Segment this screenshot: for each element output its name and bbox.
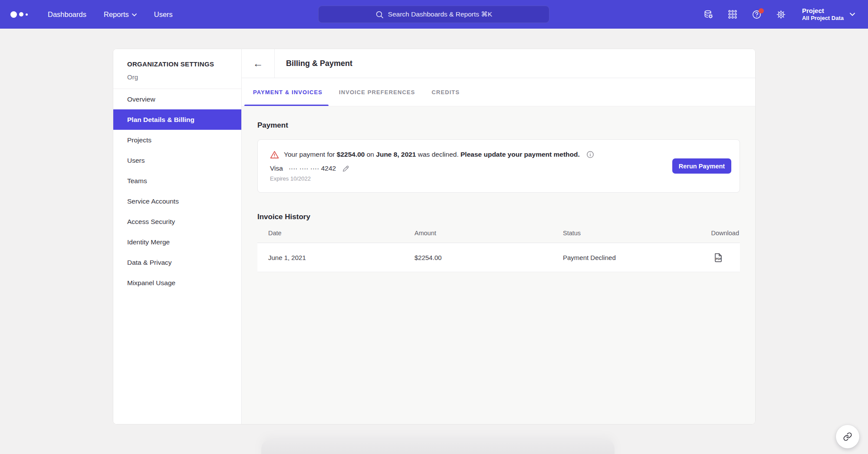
logo-dot	[19, 12, 23, 16]
invoice-date: June 1, 2021	[257, 254, 404, 261]
nav-dashboards[interactable]: Dashboards	[48, 10, 86, 19]
search-icon	[375, 10, 384, 19]
invoice-status: Payment Declined	[552, 254, 703, 261]
invoice-table-header: Date Amount Status Download	[257, 223, 740, 243]
warning-action: Please update your payment method.	[460, 151, 580, 158]
nav-users[interactable]: Users	[154, 10, 173, 19]
sidebar-item-projects[interactable]: Projects	[113, 130, 241, 150]
sidebar-item-teams[interactable]: Teams	[113, 171, 241, 191]
invoice-amount: $2254.00	[404, 254, 552, 261]
search-placeholder: Search Dashboards & Reports ⌘K	[388, 10, 492, 18]
org-settings-sidebar: ORGANIZATION SETTINGS Org Overview Plan …	[113, 49, 242, 424]
chevron-down-icon	[850, 13, 855, 16]
tab-invoice-preferences[interactable]: INVOICE PREFERENCES	[338, 78, 416, 106]
warning-text: Your payment for $2254.00 on June 8, 202…	[284, 151, 580, 158]
svg-text:PDF: PDF	[716, 257, 721, 260]
edit-card-icon[interactable]	[342, 164, 350, 173]
sidebar-item-plan-details-billing[interactable]: Plan Details & Billing	[113, 109, 241, 130]
billing-tabs: PAYMENT & INVOICES INVOICE PREFERENCES C…	[242, 78, 755, 106]
info-icon[interactable]	[586, 151, 594, 158]
download-pdf-icon[interactable]: PDF	[714, 253, 723, 262]
card-masked-number: ···· ···· ···· 4242	[289, 164, 336, 172]
column-date: Date	[257, 230, 404, 237]
warning-mid: on	[365, 151, 376, 158]
copy-link-button[interactable]	[836, 425, 859, 448]
apps-grid-icon[interactable]	[728, 10, 737, 19]
sidebar-item-users[interactable]: Users	[113, 150, 241, 171]
top-navbar: Dashboards Reports Users Search Dashboar…	[0, 0, 868, 29]
global-search-input[interactable]: Search Dashboards & Reports ⌘K	[318, 6, 549, 23]
link-icon	[843, 432, 852, 441]
page-title: Billing & Payment	[275, 49, 352, 78]
project-switcher-subtitle: All Project Data	[802, 15, 844, 22]
org-name: Org	[127, 73, 227, 81]
sidebar-item-data-privacy[interactable]: Data & Privacy	[113, 252, 241, 273]
settings-gear-icon[interactable]	[776, 10, 786, 20]
nav-reports-label: Reports	[104, 10, 129, 19]
nav-reports[interactable]: Reports	[104, 10, 137, 19]
sidebar-item-overview[interactable]: Overview	[113, 89, 241, 109]
warning-pre: Your payment for	[284, 151, 337, 158]
warning-post: was declined.	[416, 151, 461, 158]
column-amount: Amount	[404, 230, 552, 237]
card-expiry: Expires 10/2022	[270, 175, 594, 182]
sidebar-item-access-security[interactable]: Access Security	[113, 211, 241, 232]
card-brand: Visa	[270, 164, 283, 172]
tab-payment-invoices[interactable]: PAYMENT & INVOICES	[252, 78, 323, 106]
billing-content: Payment Your payment for $2254.00 on Jun…	[242, 106, 755, 424]
sidebar-nav: Overview Plan Details & Billing Projects…	[113, 89, 241, 293]
payment-method: Visa ···· ···· ···· 4242	[270, 164, 594, 173]
warning-date: June 8, 2021	[376, 151, 416, 158]
project-switcher-title: Project	[802, 7, 844, 15]
mixpanel-logo[interactable]	[10, 11, 30, 18]
project-switcher[interactable]: Project All Project Data	[802, 7, 855, 22]
payment-card: Your payment for $2254.00 on June 8, 202…	[257, 139, 740, 193]
invoice-row: June 1, 2021 $2254.00 Payment Declined P…	[257, 243, 740, 272]
invoice-history-title: Invoice History	[257, 213, 740, 221]
payment-declined-warning: Your payment for $2254.00 on June 8, 202…	[270, 151, 594, 159]
payment-section-title: Payment	[257, 121, 740, 130]
back-arrow-icon: ←	[253, 58, 263, 69]
notification-badge	[759, 8, 764, 13]
tab-credits[interactable]: CREDITS	[431, 78, 460, 106]
settings-card: ORGANIZATION SETTINGS Org Overview Plan …	[113, 49, 755, 424]
bottom-sheet-shadow	[261, 440, 615, 454]
invoice-table: Date Amount Status Download June 1, 2021…	[257, 223, 740, 272]
rerun-payment-button[interactable]: Rerun Payment	[672, 158, 731, 174]
column-status: Status	[552, 230, 703, 237]
sidebar-item-identity-merge[interactable]: Identity Merge	[113, 232, 241, 252]
help-icon[interactable]	[752, 10, 762, 20]
sidebar-item-mixpanel-usage[interactable]: Mixpanel Usage	[113, 273, 241, 293]
warning-icon	[270, 151, 279, 159]
logo-dot	[10, 11, 17, 18]
data-management-icon[interactable]	[704, 10, 713, 20]
warning-amount: $2254.00	[337, 151, 365, 158]
back-button[interactable]: ←	[242, 49, 275, 78]
logo-dot	[26, 13, 28, 16]
page-header: ← Billing & Payment	[242, 49, 755, 78]
sidebar-item-service-accounts[interactable]: Service Accounts	[113, 191, 241, 211]
chevron-down-icon	[132, 13, 137, 16]
column-download: Download	[703, 230, 740, 237]
sidebar-heading: ORGANIZATION SETTINGS	[127, 60, 227, 68]
